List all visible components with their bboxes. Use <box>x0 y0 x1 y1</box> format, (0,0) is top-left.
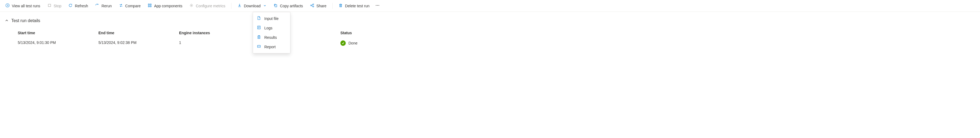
view-all-test-runs-button[interactable]: View all test runs <box>3 2 43 10</box>
configure-metrics-label: Configure metrics <box>196 4 225 8</box>
svg-rect-17 <box>258 45 261 47</box>
share-button[interactable]: Share <box>307 2 329 10</box>
col-header-start-time: Start time <box>18 31 99 35</box>
copy-artifacts-button[interactable]: Copy artifacts <box>271 2 306 10</box>
success-check-icon <box>340 40 346 46</box>
compare-icon <box>119 3 123 8</box>
chevron-up-icon <box>5 19 9 23</box>
svg-point-8 <box>310 5 312 6</box>
value-status: Done <box>340 40 421 46</box>
refresh-icon <box>68 3 73 8</box>
results-icon <box>257 35 261 40</box>
svg-rect-1 <box>48 4 51 7</box>
details-grid: Start time End time Engine instances Sta… <box>5 31 975 46</box>
view-all-label: View all test runs <box>12 4 40 8</box>
download-menu: Input file Logs Results Report <box>253 12 290 48</box>
col-header-status: Status <box>340 31 421 35</box>
more-button[interactable] <box>374 2 381 10</box>
svg-point-6 <box>191 5 192 6</box>
svg-rect-2 <box>148 4 150 5</box>
report-icon <box>257 44 261 48</box>
svg-point-0 <box>6 4 10 7</box>
file-icon <box>257 16 261 21</box>
refresh-label: Refresh <box>75 4 88 8</box>
value-end-time: 5/13/2024, 9:02:38 PM <box>99 40 179 46</box>
toolbar: View all test runs Stop Refresh Rerun <box>0 0 980 12</box>
compare-button[interactable]: Compare <box>116 2 143 10</box>
svg-rect-5 <box>150 6 151 7</box>
download-icon <box>237 3 242 8</box>
value-engine-instances: 1 <box>179 40 260 46</box>
share-label: Share <box>317 4 326 8</box>
rerun-icon <box>95 3 99 8</box>
chevron-down-icon <box>263 4 266 8</box>
svg-point-13 <box>377 5 378 6</box>
col-header-engine-instances: Engine instances <box>179 31 260 35</box>
download-logs-item[interactable]: Logs <box>253 23 290 33</box>
download-results-item[interactable]: Results <box>253 33 290 42</box>
menu-label: Report <box>264 45 275 49</box>
svg-point-12 <box>376 5 376 6</box>
test-run-details-section: Test run details Start time End time Eng… <box>0 12 980 48</box>
trash-icon <box>339 3 343 8</box>
stop-button: Stop <box>45 2 64 10</box>
svg-point-10 <box>313 6 314 7</box>
gear-icon <box>189 3 194 8</box>
refresh-button[interactable]: Refresh <box>65 2 91 10</box>
configure-metrics-button: Configure metrics <box>186 2 228 10</box>
svg-rect-4 <box>148 6 150 7</box>
app-components-button[interactable]: App components <box>145 2 185 10</box>
more-icon <box>375 3 380 8</box>
svg-point-9 <box>313 4 314 5</box>
delete-test-run-button[interactable]: Delete test run <box>336 2 372 10</box>
copy-icon <box>274 3 278 8</box>
stop-label: Stop <box>54 4 62 8</box>
section-title: Test run details <box>11 18 40 23</box>
arrow-right-circle-icon <box>5 3 10 8</box>
app-components-icon <box>148 3 152 8</box>
delete-label: Delete test run <box>345 4 369 8</box>
download-button[interactable]: Download <box>235 2 269 10</box>
svg-rect-11 <box>340 5 342 7</box>
compare-label: Compare <box>125 4 141 8</box>
app-components-label: App components <box>154 4 182 8</box>
menu-label: Results <box>264 35 277 40</box>
value-start-time: 5/13/2024, 9:01:30 PM <box>18 40 99 46</box>
rerun-label: Rerun <box>101 4 111 8</box>
svg-rect-3 <box>150 4 151 5</box>
col-header-end-time: End time <box>99 31 179 35</box>
svg-point-14 <box>379 5 379 6</box>
copy-artifacts-label: Copy artifacts <box>280 4 303 8</box>
svg-rect-7 <box>275 5 277 7</box>
download-report-item[interactable]: Report <box>253 42 290 48</box>
status-text: Done <box>348 41 357 45</box>
download-label: Download <box>244 4 261 8</box>
logs-icon <box>257 25 261 30</box>
section-header[interactable]: Test run details <box>5 18 975 23</box>
download-input-file-item[interactable]: Input file <box>253 14 290 23</box>
stop-icon <box>47 3 52 8</box>
menu-label: Logs <box>264 26 272 30</box>
rerun-button[interactable]: Rerun <box>92 2 114 10</box>
share-icon <box>310 3 314 8</box>
menu-label: Input file <box>264 16 278 21</box>
